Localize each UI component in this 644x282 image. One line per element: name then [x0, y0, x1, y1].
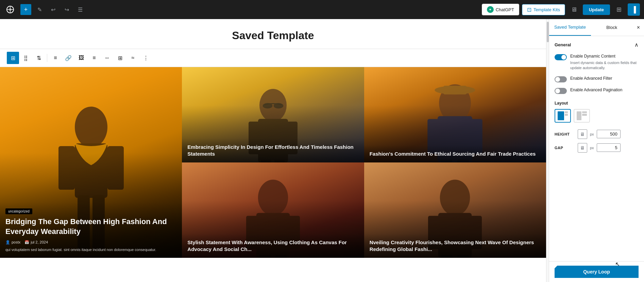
layout-cell-group2	[582, 111, 587, 116]
wp-logo-icon	[4, 3, 16, 16]
update-label: Update	[589, 7, 604, 12]
settings-icon: ≈	[132, 55, 135, 61]
update-button[interactable]: Update	[583, 4, 610, 15]
edit-mode-button[interactable]: ✎	[34, 4, 45, 15]
height-label: HEIGHT	[555, 132, 575, 136]
toolbar-divider-1	[47, 54, 47, 62]
sidebar-toggle-button[interactable]: ▐	[628, 3, 640, 16]
post-category-badge: uncategorized	[5, 208, 32, 214]
general-section-title: General	[555, 42, 571, 47]
redo-icon: ↪	[65, 6, 69, 13]
post-card-4[interactable]: Stylish Statement With Awareness, Using …	[182, 162, 364, 258]
height-icon-button[interactable]: 🖥	[578, 129, 587, 139]
user-icon: 👤	[5, 240, 10, 245]
height-input-section: HEIGHT 🖥 px GAP 🖥 px	[555, 129, 639, 153]
collapse-general-button[interactable]: ∧	[634, 42, 639, 48]
settings-button[interactable]: ≈	[127, 52, 139, 64]
dynamic-content-desc: Insert dynamic data & custom fields that…	[570, 60, 639, 71]
editor-scrollbar[interactable]	[546, 19, 549, 282]
top-bar: + ✎ ↩ ↪ ☰ ✦ ChatGPT ⊡ Template Kits 🖥 Up…	[0, 0, 644, 19]
resize-button[interactable]: ↔	[101, 52, 113, 64]
table-icon: ⊞	[118, 55, 122, 61]
table-button[interactable]: ⊞	[114, 52, 126, 64]
query-loop-button[interactable]: Query Loop	[555, 266, 639, 278]
post-2-content: Embracing Simplicity In Design For Effor…	[182, 138, 364, 162]
more-icon: ⋮	[143, 55, 149, 61]
layout-cell-sm-1	[565, 111, 568, 113]
gap-input-row: GAP 🖥 px	[555, 143, 639, 153]
gap-icon-button[interactable]: 🖥	[578, 143, 587, 153]
template-kits-button[interactable]: ⊡ Template Kits	[522, 4, 565, 15]
gap-monitor-icon: 🖥	[580, 145, 585, 151]
height-input[interactable]	[597, 130, 621, 138]
advanced-pagination-label: Enable Advanced Pagination	[570, 87, 622, 93]
list-view-button[interactable]: ☰	[75, 4, 86, 15]
dynamic-content-toggle[interactable]	[555, 54, 567, 60]
grid-icon: ⊞	[11, 55, 15, 61]
main-area: Saved Template ⊞ ⣿ ⇅ ≡ 🔗 🖼 ≡	[0, 19, 644, 282]
add-block-button[interactable]: +	[20, 4, 31, 15]
post-4-content: Stylish Statement With Awareness, Using …	[182, 234, 364, 258]
height-unit: px	[590, 132, 594, 136]
chatgpt-button[interactable]: ✦ ChatGPT	[482, 4, 519, 15]
posts-grid: uncategorized Bridging The Gap Between H…	[0, 67, 546, 258]
post-title-4: Stylish Statement With Awareness, Using …	[187, 239, 358, 252]
link-button[interactable]: 🔗	[62, 52, 74, 64]
tab-block[interactable]: Block	[591, 19, 633, 35]
layout-cell-group	[565, 111, 568, 116]
panel-body: General ∧ Enable Dynamic Content Insert …	[549, 36, 644, 261]
advanced-pagination-toggle[interactable]	[555, 88, 567, 94]
query-loop-area: Query Loop	[549, 261, 644, 282]
align-center-button[interactable]: ≡	[49, 52, 62, 64]
drag-icon: ⣿	[24, 55, 28, 61]
post-card-5[interactable]: Nveiling Creativity Flourishes, Showcasi…	[364, 162, 546, 258]
post-excerpt: qui voluptatem sed laborum fugiat. sint …	[5, 247, 176, 252]
post-card-large[interactable]: uncategorized Bridging The Gap Between H…	[0, 67, 182, 258]
panel-close-button[interactable]: ×	[633, 20, 644, 35]
layout-section: Layout	[555, 101, 639, 123]
layout-option-2[interactable]	[574, 109, 590, 123]
post-card-3[interactable]: Fashion's Commitment To Ethical Sourcing…	[364, 67, 546, 162]
calendar-icon: 📅	[24, 240, 29, 245]
gap-input[interactable]	[597, 143, 621, 152]
grid-layout-button[interactable]: ⊞	[7, 52, 19, 64]
layout-cell-2a	[577, 111, 581, 120]
resize-icon: ↔	[104, 55, 110, 61]
advanced-filter-toggle[interactable]	[555, 76, 567, 82]
template-kits-icon: ⊡	[527, 6, 531, 13]
post-5-content: Nveiling Creativity Flourishes, Showcasi…	[364, 234, 546, 258]
scrollbar-thumb	[547, 22, 549, 42]
arrows-icon: ⇅	[37, 55, 41, 61]
layout-option-1[interactable]	[555, 109, 571, 123]
svg-point-2	[75, 107, 107, 147]
height-input-row: HEIGHT 🖥 px	[555, 129, 639, 139]
chevron-up-icon: ∧	[634, 42, 639, 48]
text-align-icon: ≡	[92, 55, 96, 61]
post-3-content: Fashion's Commitment To Ethical Sourcing…	[364, 145, 546, 163]
layout-cell-2b	[582, 111, 587, 113]
post-card-2[interactable]: Embracing Simplicity In Design For Effor…	[182, 67, 364, 162]
editor-canvas: Saved Template ⊞ ⣿ ⇅ ≡ 🔗 🖼 ≡	[0, 19, 546, 282]
layout-cell-tall	[558, 111, 564, 120]
undo-icon: ↩	[51, 6, 55, 13]
arrow-up-down-button[interactable]: ⇅	[33, 52, 45, 64]
post-title-2: Embracing Simplicity In Design For Effor…	[187, 144, 358, 157]
preview-button[interactable]: 🖥	[568, 3, 580, 16]
block-toolbar: ⊞ ⣿ ⇅ ≡ 🔗 🖼 ≡ ↔	[0, 49, 546, 67]
image-button[interactable]: 🖼	[75, 52, 87, 64]
drag-button[interactable]: ⣿	[20, 52, 32, 64]
block-view-button[interactable]: ⊞	[613, 3, 625, 16]
undo-button[interactable]: ↩	[48, 4, 58, 15]
text-align-button[interactable]: ≡	[88, 52, 100, 64]
advanced-pagination-toggle-row: Enable Advanced Pagination	[555, 87, 639, 94]
section-header-general: General ∧	[555, 42, 639, 48]
page-title: Saved Template	[7, 29, 539, 42]
pencil-icon: ✎	[37, 6, 42, 13]
tab-saved-template[interactable]: Saved Template	[549, 19, 591, 36]
chatgpt-icon: ✦	[487, 6, 494, 13]
redo-button[interactable]: ↪	[61, 4, 72, 15]
more-options-button[interactable]: ⋮	[140, 52, 152, 64]
link-icon: 🔗	[65, 55, 72, 61]
height-monitor-icon: 🖥	[580, 131, 585, 137]
post-date: 📅 jul 2, 2024	[24, 240, 48, 245]
